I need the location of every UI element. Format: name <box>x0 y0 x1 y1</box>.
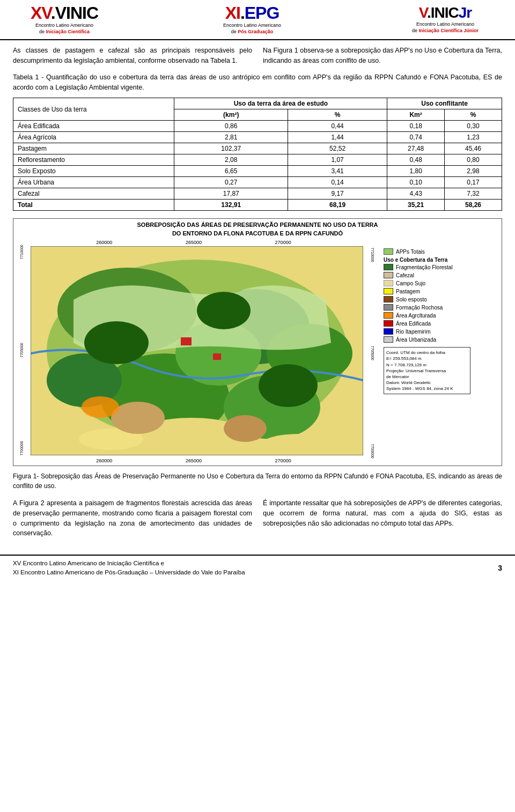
table-cell-class: Área Edificada <box>13 121 174 132</box>
table-row: Área Agrícola2,811,440,741,23 <box>13 132 502 143</box>
table-sub-header-km2: (km²) <box>174 109 288 121</box>
table-cell-value: 2,81 <box>174 132 288 143</box>
logo1-emphasis: Iniciação Científica <box>46 29 90 34</box>
table-cell-value: 0,48 <box>387 154 445 166</box>
svg-point-18 <box>259 364 318 407</box>
legend-pastagem: Pastagem <box>384 288 470 294</box>
map-image-area <box>31 246 363 457</box>
logo-xvinic: XV.VINIC Encontro Latino Americano de In… <box>11 4 118 35</box>
main-content: As classes de pastagem e cafezal são as … <box>0 40 515 555</box>
svg-point-21 <box>82 396 119 418</box>
legend-area-urbanizada: Área Urbanizada <box>384 336 470 343</box>
svg-point-17 <box>197 292 251 329</box>
map-legend: APPs Totais Uso e Cobertura da Terra Fra… <box>381 246 473 457</box>
footer-line1: XV Encontro Latino Americano de Iniciaçã… <box>13 559 245 568</box>
table-row: Reflorestamento2,081,070,480,80 <box>13 154 502 166</box>
table-cell-class: Solo Exposto <box>13 166 174 177</box>
table-cell-value: 52,52 <box>288 143 387 154</box>
table-cell-value: 0,27 <box>174 177 288 188</box>
table-cell-value: 9,17 <box>288 188 387 200</box>
table-cell-value: 0,17 <box>445 177 502 188</box>
legend-rio: Rio Itapemirim <box>384 328 470 335</box>
table-header-group2: Uso conflitante <box>387 98 502 109</box>
map-scale-bottom: 260000 265000 270000 <box>27 458 360 463</box>
logo3-emphasis: Iniciação Científica Júnior <box>419 28 479 33</box>
table-cell-class: Pastagem <box>13 143 174 154</box>
table-cell-class: Área Agrícola <box>13 132 174 143</box>
map-scale-top: 260000 265000 270000 <box>27 240 360 245</box>
page-footer: XV Encontro Latino Americano de Iniciaçã… <box>0 555 515 581</box>
table-cell-value: 0,74 <box>387 132 445 143</box>
logo-xiepg: XI.EPG Encontro Latino Americano de Pós … <box>188 4 317 35</box>
table-cell-value: 1,07 <box>288 154 387 166</box>
table-cell-value: 0,18 <box>387 121 445 132</box>
table-cell-value: 6,65 <box>174 166 288 177</box>
footer-col2: É importante ressaltar que há sobreposiç… <box>263 498 502 538</box>
logo2-emphasis: Pós Graduação <box>238 29 273 34</box>
y-axis-left: 7710000 7705000 7700000 <box>16 246 27 457</box>
table-cell-value: 1,44 <box>288 132 387 143</box>
table-cell-value: 27,48 <box>387 143 445 154</box>
table-cell-value: 2,08 <box>174 154 288 166</box>
table-cell-value: 58,26 <box>445 200 502 211</box>
table-row: Total132,9168,1935,2158,26 <box>13 200 502 211</box>
intro-section: As classes de pastagem e cafezal são as … <box>13 46 502 66</box>
table-row: Área Edificada0,860,440,180,30 <box>13 121 502 132</box>
table-cell-class: Área Urbana <box>13 177 174 188</box>
svg-rect-20 <box>213 353 221 360</box>
map-svg <box>31 246 363 455</box>
table-cell-class: Total <box>13 200 174 211</box>
legend-uso-title: Uso e Cobertura da Terra <box>384 257 470 263</box>
y-axis-right: 7710000 7705000 7700000 <box>366 246 378 457</box>
svg-point-16 <box>84 321 149 364</box>
table-header-group1: Uso da terra da área de estudo <box>174 98 387 109</box>
table-cell-value: 68,19 <box>288 200 387 211</box>
table-row: Cafezal17,879,174,437,32 <box>13 188 502 200</box>
table-row: Área Urbana0,270,140,100,17 <box>13 177 502 188</box>
table-row: Solo Exposto6,653,411,802,98 <box>13 166 502 177</box>
table-cell-value: 0,80 <box>445 154 502 166</box>
footer-line2: XI Encontro Latino Americano de Pós-Grad… <box>13 568 245 577</box>
table-cell-value: 45,46 <box>445 143 502 154</box>
table-sub-header-pct1: % <box>288 109 387 121</box>
table-cell-value: 0,44 <box>288 121 387 132</box>
map-title: SOBREPOSIÇÃO DAS ÁREAS DE PRESERVAÇÃO PE… <box>16 221 499 238</box>
svg-point-15 <box>224 415 267 442</box>
intro-col2: Na Figura 1 observa-se a sobreposição da… <box>263 46 502 66</box>
logo3-v: V <box>419 4 427 21</box>
table-col-header-class: Classes de Uso da terra <box>13 98 174 121</box>
table-cell-class: Cafezal <box>13 188 174 200</box>
map-figure: SOBREPOSIÇÃO DAS ÁREAS DE PRESERVAÇÃO PE… <box>13 218 502 466</box>
legend-cafezal: Cafezal <box>384 272 470 278</box>
footer-text: XV Encontro Latino Americano de Iniciaçã… <box>13 559 245 578</box>
table-sub-header-pct2: % <box>445 109 502 121</box>
legend-fragmentacao: Fragmentação Florestal <box>384 264 470 270</box>
logo1-roman: XV <box>31 3 51 23</box>
table-title: Tabela 1 - Quantificação do uso e cobert… <box>13 72 502 93</box>
table-cell-class: Reflorestamento <box>13 154 174 166</box>
table-cell-value: 7,32 <box>445 188 502 200</box>
logo2-roman: XI <box>225 3 240 23</box>
figure-caption: Figura 1- Sobreposição das Áreas de Pres… <box>13 471 502 491</box>
legend-campo-sujo: Campo Sujo <box>384 280 470 286</box>
page-number: 3 <box>498 564 502 572</box>
table-cell-value: 17,87 <box>174 188 288 200</box>
table-cell-value: 0,14 <box>288 177 387 188</box>
table-cell-value: 1,23 <box>445 132 502 143</box>
coord-box: Coord. UTM do centro da folha E= 259.553… <box>384 347 470 394</box>
svg-rect-19 <box>181 337 192 345</box>
table-cell-value: 4,43 <box>387 188 445 200</box>
table-cell-value: 0,10 <box>387 177 445 188</box>
svg-point-13 <box>261 434 336 455</box>
table-cell-value: 132,91 <box>174 200 288 211</box>
legend-area-edificada: Área Edificada <box>384 320 470 327</box>
logo1-line1: Encontro Latino Americano <box>35 23 93 28</box>
footer-col1: A Figura 2 apresenta a paisagem de fragm… <box>13 498 252 538</box>
svg-point-14 <box>111 402 165 434</box>
legend-area-agriclturada: Área Agrclturada <box>384 312 470 319</box>
legend-solo-esposto: Solo esposto <box>384 296 470 302</box>
table-row: Pastagem102,3752,5227,4845,46 <box>13 143 502 154</box>
table-cell-value: 2,98 <box>445 166 502 177</box>
header: XV.VINIC Encontro Latino Americano de In… <box>0 0 515 40</box>
table-cell-value: 1,80 <box>387 166 445 177</box>
